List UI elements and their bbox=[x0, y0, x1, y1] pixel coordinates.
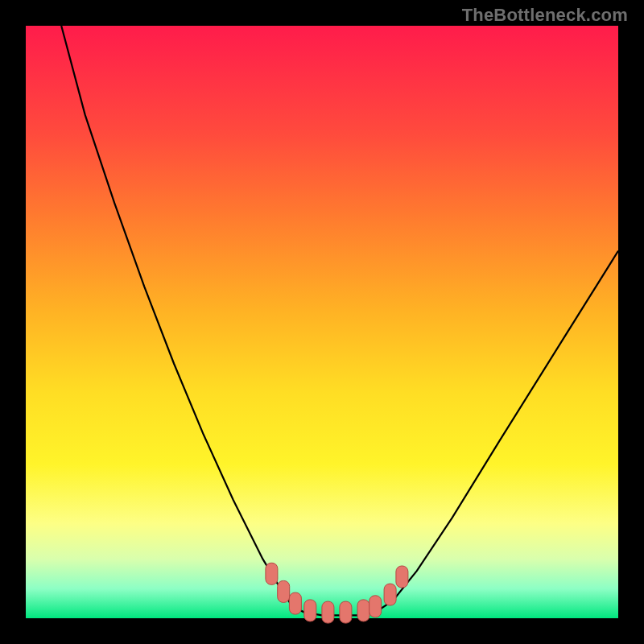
chart-marker bbox=[340, 601, 352, 623]
bottleneck-curve bbox=[61, 26, 618, 615]
watermark-text: TheBottleneck.com bbox=[462, 5, 628, 26]
chart-marker bbox=[322, 601, 334, 623]
chart-marker bbox=[289, 592, 301, 614]
chart-curves bbox=[61, 26, 618, 615]
chart-marker bbox=[369, 596, 382, 617]
chart-marker bbox=[278, 580, 290, 602]
chart-marker bbox=[304, 600, 316, 621]
chart-marker bbox=[357, 600, 369, 621]
chart-svg bbox=[26, 26, 618, 618]
chart-frame: TheBottleneck.com bbox=[0, 0, 644, 644]
chart-marker bbox=[266, 563, 278, 584]
chart-marker bbox=[384, 584, 396, 605]
chart-markers bbox=[266, 563, 408, 623]
chart-marker bbox=[396, 566, 408, 588]
chart-plot-area bbox=[26, 26, 618, 618]
